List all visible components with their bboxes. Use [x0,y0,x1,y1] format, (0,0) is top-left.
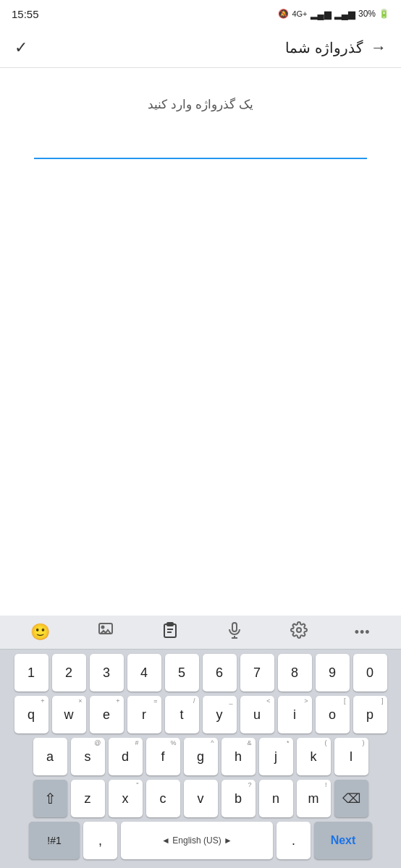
text-input-wrapper [34,134,367,159]
key-z[interactable]: z [71,780,105,817]
check-button[interactable]: ✓ [14,38,28,57]
keyboard-container: 🙂 [0,616,401,868]
content-area: یک گذرواژه وارد کنید [0,68,401,372]
key-v[interactable]: v [184,780,218,817]
svg-rect-6 [232,623,237,631]
key-i[interactable]: >i [278,696,312,733]
key-u[interactable]: <u [240,696,274,733]
status-bar: 15:55 🔕 4G+ ▂▄▆ ▂▄▆ 30% 🔋 [0,0,401,27]
key-h[interactable]: &h [221,738,256,775]
key-4[interactable]: 4 [127,654,161,692]
space-key[interactable]: ◄ English (US) ► [121,822,273,859]
key-f[interactable]: %f [146,738,180,775]
key-k[interactable]: (k [297,738,331,775]
mic-icon[interactable] [226,621,243,643]
key-j[interactable]: *j [259,738,293,775]
key-d[interactable]: #d [109,738,143,775]
keyboard-rows: 1 2 3 4 5 6 7 8 9 0 +q ×w +e =r /t _y <u… [0,650,401,868]
asdf-row: a @s #d %f ^g &h *j (k )l [3,738,398,775]
period-key[interactable]: . [277,822,311,859]
passphrase-input[interactable] [34,134,367,159]
backspace-key[interactable]: ⌫ [334,780,368,817]
settings-icon[interactable] [290,621,308,643]
status-time: 15:55 [12,8,39,20]
key-w[interactable]: ×w [52,696,86,733]
forward-arrow-icon[interactable]: → [371,38,387,57]
bottom-row: !#1 , ◄ English (US) ► . Next [3,822,398,859]
top-bar-right: گذرواژه شما → [285,38,387,57]
key-n[interactable]: n [259,780,293,817]
battery-percent: 30% [358,9,376,19]
key-5[interactable]: 5 [165,654,199,692]
key-t[interactable]: /t [165,696,199,733]
special-chars-key[interactable]: !#1 [29,822,80,859]
key-0[interactable]: 0 [353,654,387,692]
key-q[interactable]: +q [14,696,48,733]
shift-key[interactable]: ⇧ [33,780,67,817]
key-e[interactable]: +e [90,696,124,733]
key-9[interactable]: 9 [316,654,350,692]
key-o[interactable]: [o [316,696,350,733]
key-m[interactable]: !m [297,780,331,817]
status-icons: 🔕 4G+ ▂▄▆ ▂▄▆ 30% 🔋 [278,9,389,20]
key-y[interactable]: _y [203,696,237,733]
key-a[interactable]: a [33,738,67,775]
signal-icon2: ▂▄▆ [334,9,355,20]
key-r[interactable]: =r [127,696,161,733]
next-key[interactable]: Next [314,822,372,859]
content-label: یک گذرواژه وارد کنید [14,97,387,112]
key-s[interactable]: @s [71,738,105,775]
key-8[interactable]: 8 [278,654,312,692]
svg-point-9 [297,628,301,632]
clipboard-icon[interactable] [161,621,179,643]
key-c[interactable]: c [146,780,180,817]
sticker-icon[interactable] [97,621,114,643]
key-6[interactable]: 6 [203,654,237,692]
svg-point-1 [102,626,104,629]
key-2[interactable]: 2 [52,654,86,692]
emoji-icon[interactable]: 🙂 [30,623,50,642]
network-icon: 4G+ [292,9,307,18]
more-icon[interactable]: ••• [355,625,371,640]
number-row: 1 2 3 4 5 6 7 8 9 0 [3,654,398,692]
page-title: گذرواژه شما [285,39,363,56]
key-b[interactable]: ?b [221,780,256,817]
comma-key[interactable]: , [83,822,117,859]
key-g[interactable]: ^g [184,738,218,775]
top-bar: ✓ گذرواژه شما → [0,27,401,68]
key-3[interactable]: 3 [90,654,124,692]
key-1[interactable]: 1 [14,654,48,692]
key-x[interactable]: "x [109,780,143,817]
signal-icon: ▂▄▆ [311,9,332,20]
key-7[interactable]: 7 [240,654,274,692]
key-p[interactable]: ]p [353,696,387,733]
qwerty-row: +q ×w +e =r /t _y <u >i [o ]p [3,696,398,733]
mute-icon: 🔕 [278,9,289,19]
keyboard-toolbar: 🙂 [0,616,401,650]
key-l[interactable]: )l [334,738,368,775]
battery-icon: 🔋 [379,9,389,19]
zxcv-row: ⇧ z "x c v ?b n !m ⌫ [3,780,398,817]
